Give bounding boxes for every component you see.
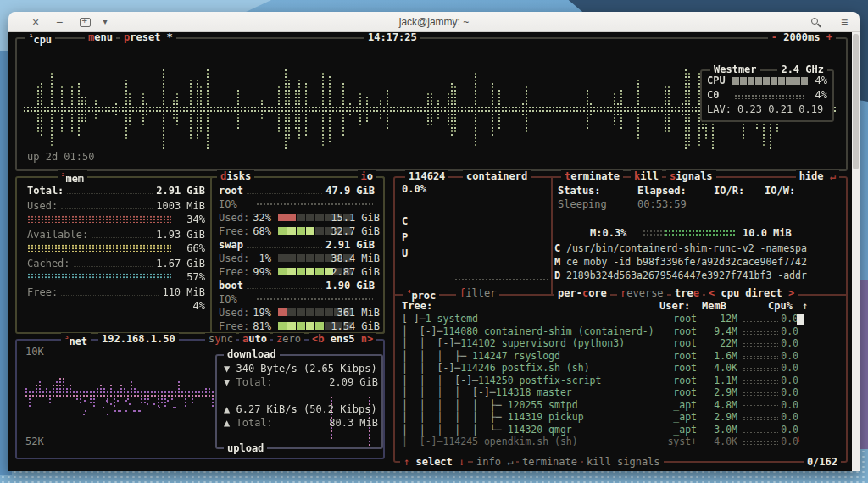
process-row[interactable]: │ │ │ ├─ 114247 rsyslogdroot1.6M0.0 bbox=[402, 350, 841, 363]
mem-pct: 57% bbox=[186, 271, 205, 283]
signals-control[interactable]: signals bbox=[614, 456, 664, 469]
io-write-label: IO/W: bbox=[765, 185, 795, 197]
net-zero-toggle[interactable]: zero bbox=[273, 333, 304, 346]
proc-box: 114624 containerd terminate kill signals… bbox=[393, 176, 848, 463]
select-control[interactable]: ↑ select ↓ bbox=[400, 456, 468, 469]
process-row[interactable]: │ │ │ │ [-]─114318 masterroot2.9M0.0 bbox=[402, 386, 841, 399]
process-row[interactable]: [-]─1 systemdroot12M0.0 bbox=[402, 313, 841, 325]
cpu-box: ¹cpu menu preset * 14:17:25 - 2000ms + W… bbox=[15, 37, 848, 171]
process-row[interactable]: │ │ [-]─114246 postfix.sh (sh)root4.0K0.… bbox=[402, 362, 841, 375]
cpu-info-box: Westmer 2.4 GHz CPU 4% C0 4% LAV: 0.23 0… bbox=[700, 69, 834, 122]
disk-usage-value: 1.54 GiB bbox=[322, 320, 380, 332]
interval-minus-button[interactable]: - bbox=[771, 32, 777, 43]
cmd-axis-letter: C bbox=[554, 242, 560, 254]
download-total: ▼ Total:2.09 GiB bbox=[224, 376, 378, 388]
column-header-tree[interactable]: Tree: bbox=[402, 300, 432, 312]
scroll-down-icon[interactable]: ↓ bbox=[795, 433, 801, 445]
net-auto-toggle[interactable]: auto bbox=[239, 333, 270, 346]
core-label: C0 bbox=[707, 89, 719, 101]
filter-button[interactable]: filter bbox=[456, 287, 499, 300]
cpu-meter-block bbox=[732, 77, 739, 85]
mem-box-title: ²mem bbox=[58, 170, 87, 186]
disk-section-header: boot1.90 GiB bbox=[219, 280, 375, 291]
process-row[interactable]: │ │ │ │ │ └─ 114320 qmgr_apt3.0M0.0 bbox=[402, 424, 841, 436]
mem-total-row: Total:2.91 GiB bbox=[27, 185, 205, 197]
cpu-meter-block bbox=[801, 77, 808, 85]
menu-button[interactable]: menu bbox=[85, 32, 116, 44]
net-box: ³net 192.168.1.50 sync auto zero <b ens5… bbox=[15, 339, 385, 459]
column-header-cpu[interactable]: Cpu% bbox=[768, 300, 793, 312]
download-title: download bbox=[224, 348, 280, 361]
cpu-total-label: CPU bbox=[707, 75, 726, 86]
detail-process-name: containerd bbox=[463, 170, 531, 183]
core-usage-graph bbox=[734, 94, 805, 99]
net-sync-toggle[interactable]: sync bbox=[205, 333, 236, 346]
disks-io-toggle[interactable]: io bbox=[358, 170, 376, 183]
process-row[interactable]: │ │ [-]─114102 supervisord (python3)root… bbox=[402, 337, 841, 350]
mem-row: Cached:1.67 GiB bbox=[27, 258, 205, 269]
disk-io-graph bbox=[256, 297, 373, 302]
interval-plus-button[interactable]: + bbox=[826, 32, 832, 43]
info-control[interactable]: info ↵ bbox=[473, 456, 516, 469]
upload-arrow-icon: ▲ bbox=[224, 403, 230, 415]
process-scrollbar[interactable] bbox=[797, 314, 804, 325]
reverse-toggle[interactable]: reverse bbox=[617, 287, 667, 300]
cmd-line: ce moby -id b98f3396fe7a92d32cace90ef774… bbox=[566, 256, 807, 268]
cpu-total-pct: 4% bbox=[815, 75, 827, 86]
process-row[interactable]: │ [-]─114080 containerd-shim (containerd… bbox=[402, 325, 841, 338]
preset-button[interactable]: preset * bbox=[120, 32, 176, 44]
mem-meter-row: 66% bbox=[27, 244, 205, 253]
net-device-switcher[interactable]: <b ens5 n> bbox=[309, 333, 376, 346]
io-read-label: IO/R: bbox=[714, 185, 744, 197]
disk-usage-label: Free: bbox=[219, 225, 249, 237]
mem-row: Free:110 MiB bbox=[27, 286, 205, 298]
scrollbar-thumb[interactable] bbox=[853, 34, 859, 169]
process-row[interactable]: │ │ │ │ │ ├─ 120255 smtpd_apt4.8M0.0 bbox=[402, 399, 841, 412]
disk-io-graph bbox=[256, 203, 373, 207]
kill-control[interactable]: kill bbox=[583, 456, 615, 469]
terminate-control[interactable]: terminate bbox=[519, 456, 581, 469]
column-header-mem[interactable]: MemB bbox=[702, 300, 726, 312]
mem-meter-cached bbox=[27, 273, 171, 280]
per-core-toggle[interactable]: per-core bbox=[554, 287, 610, 300]
status-value: Sleeping bbox=[558, 198, 607, 210]
detail-cpu-axis-letter: C bbox=[402, 215, 408, 227]
download-rate: ▼ 340 Byte/s (2.65 Kibps) bbox=[224, 363, 377, 375]
cpu-box-title: ¹cpu bbox=[25, 32, 55, 47]
terminal-scrollbar[interactable] bbox=[852, 32, 860, 471]
process-count: 0/162 bbox=[804, 456, 841, 469]
search-icon[interactable] bbox=[811, 18, 818, 25]
upload-title: upload bbox=[224, 442, 267, 455]
sort-selector[interactable]: < cpu direct > bbox=[705, 287, 798, 300]
hide-button[interactable]: hide ↵ bbox=[796, 170, 839, 183]
disk-usage-value: 361 MiB bbox=[322, 307, 380, 319]
core-pct: 4% bbox=[815, 89, 827, 101]
process-row[interactable]: │ │ │ │ │ ├─ 114319 pickup_apt2.9M0.0 bbox=[402, 411, 841, 424]
cmd-axis-letter: M bbox=[554, 256, 560, 268]
detail-mem-label: M:0.3% bbox=[590, 227, 626, 239]
disk-usage-label: Used: bbox=[219, 253, 249, 264]
status-label: Status: bbox=[558, 185, 601, 197]
tree-toggle[interactable]: tree bbox=[671, 287, 703, 300]
disk-usage-value: 2.87 GiB bbox=[322, 266, 380, 278]
cpu-total-meter bbox=[732, 77, 808, 85]
kill-button[interactable]: kill bbox=[631, 170, 662, 183]
detail-cpu-graph bbox=[454, 278, 549, 282]
disk-usage-value: 32.7 GiB bbox=[322, 225, 380, 237]
download-arrow-icon: ▼ bbox=[224, 363, 230, 375]
signals-button[interactable]: signals bbox=[666, 170, 716, 183]
elapsed-label: Elapsed: bbox=[637, 185, 687, 197]
disk-usage-pct: 68% bbox=[246, 225, 271, 237]
net-box-title: ³net bbox=[61, 333, 91, 348]
process-row[interactable]: │ │ │ [-]─114250 postfix-scriptroot1.1M0… bbox=[402, 375, 841, 387]
process-row[interactable]: │ [-]─114245 opendkim.sh (sh)syst+4.0K0.… bbox=[402, 436, 841, 448]
desktop: × − ▾ jack@jammy: ~ ≡ ¹cpu menu preset *… bbox=[0, 0, 868, 483]
detail-cpu-pct: 0.0% bbox=[402, 183, 426, 195]
terminate-button[interactable]: terminate bbox=[561, 170, 623, 183]
disk-usage-pct: 19% bbox=[246, 307, 271, 319]
sort-direction-icon: ↑ bbox=[802, 300, 808, 312]
hamburger-menu-icon[interactable]: ≡ bbox=[836, 12, 853, 32]
enter-icon: ↵ bbox=[830, 170, 836, 182]
disk-io-label: IO% bbox=[219, 198, 237, 210]
column-header-user[interactable]: User: bbox=[659, 300, 690, 312]
